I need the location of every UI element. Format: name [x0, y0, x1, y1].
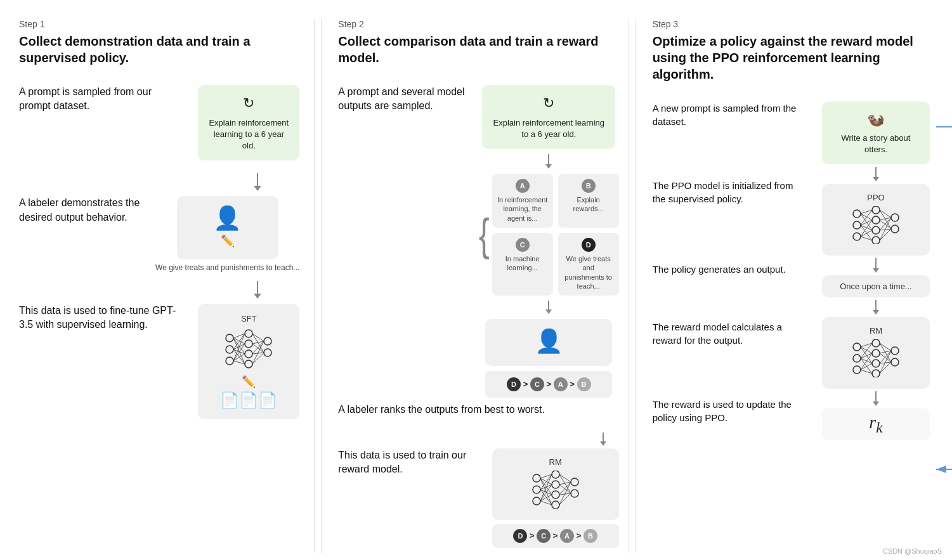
step2-rm-box: RM	[492, 448, 619, 520]
step3-ppo-box: PPO	[822, 184, 930, 256]
svg-point-5	[245, 350, 252, 358]
step2-desc2: A labeler ranks the outputs from best to…	[338, 403, 618, 417]
step3-green-box: 🦦 Write a story about otters.	[822, 101, 930, 164]
svg-point-0	[226, 334, 233, 342]
step2-arrow3	[338, 433, 618, 446]
svg-line-68	[861, 214, 872, 220]
step3-label: Step 3	[653, 19, 933, 29]
pencil-icon2: ✏️	[208, 375, 289, 389]
gt3: >	[570, 379, 577, 389]
sft-label: SFT	[208, 314, 289, 323]
docs-icons: 📄📄📄	[208, 391, 289, 409]
person-icon2: 👤	[494, 328, 603, 355]
svg-point-92	[891, 347, 899, 355]
step3-layout: A new prompt is sampled from the dataset…	[653, 101, 933, 440]
step3-title: Optimize a policy against the reward mod…	[653, 33, 933, 82]
step3-arrow4	[873, 391, 879, 406]
svg-point-2	[226, 357, 233, 365]
svg-point-31	[533, 497, 540, 505]
svg-line-102	[861, 363, 872, 370]
step2-rm-ranking: D > C > A > B	[492, 524, 619, 548]
step3-rm-label: RM	[831, 326, 921, 335]
svg-point-60	[853, 233, 861, 240]
option-c-letter: C	[516, 238, 530, 252]
gt2: >	[547, 379, 554, 389]
a-label2: A	[560, 529, 574, 543]
svg-line-48	[540, 495, 552, 501]
svg-point-58	[853, 210, 861, 218]
svg-point-8	[264, 349, 271, 356]
svg-point-35	[552, 501, 559, 509]
svg-line-57	[559, 493, 571, 505]
svg-point-29	[533, 474, 540, 482]
divider2	[636, 19, 636, 553]
step1-sft-diagram: SFT	[198, 304, 299, 419]
svg-point-91	[872, 370, 880, 377]
svg-point-62	[872, 216, 880, 224]
step1-label: Step 1	[19, 19, 299, 29]
recycle-icon2: ↻	[492, 94, 605, 114]
step2-rm-neural-net	[527, 471, 584, 509]
svg-point-37	[571, 490, 578, 497]
svg-line-104	[880, 343, 891, 351]
svg-point-30	[533, 486, 540, 493]
step1-prompt-text: Explain reinforcement learning to a 6 ye…	[209, 118, 289, 150]
svg-point-3	[245, 330, 252, 337]
svg-line-28	[252, 353, 264, 364]
step1-column: Step 1 Collect demonstration data and tr…	[13, 19, 315, 553]
step2-options-area: { A In reinforcement learning, the agent…	[479, 174, 619, 296]
svg-line-77	[880, 210, 891, 218]
sft-neural-net	[220, 329, 277, 370]
step2-ranking-box: D > C > A > B	[485, 371, 612, 398]
svg-line-10	[233, 338, 245, 344]
svg-point-65	[891, 214, 899, 221]
step2-options-grid: A In reinforcement learning, the agent i…	[492, 174, 619, 296]
step3-diagrams: 🦦 Write a story about otters. PPO	[819, 101, 933, 440]
step1-person-diagram: 👤 ✏️ We give treats and punishments to t…	[155, 196, 299, 273]
c-label: C	[530, 377, 544, 391]
arrow1	[254, 173, 261, 191]
svg-point-36	[571, 478, 578, 486]
step3-desc1: A new prompt is sampled from the dataset…	[653, 101, 809, 128]
b-label: B	[577, 377, 591, 391]
step3-desc3: The policy generates an output.	[653, 263, 809, 276]
d-label: D	[507, 377, 521, 391]
step2-rm-diagram: RM	[492, 448, 619, 548]
arrow2	[254, 281, 261, 299]
step2-green-box: ↻ Explain reinforcement learning to a 6 …	[482, 85, 615, 149]
svg-line-95	[861, 347, 872, 353]
step1-prompt-diagram: ↻ Explain reinforcement learning to a 6 …	[198, 85, 299, 160]
step1-desc2: A labeler demonstrates the desired outpu…	[19, 196, 143, 225]
step2-desc1: A prompt and several model outputs are s…	[338, 85, 473, 124]
svg-point-59	[853, 221, 861, 229]
step1-caption: We give treats and punishments to teach.…	[155, 263, 299, 273]
a-label: A	[554, 377, 568, 391]
option-b: B Explain rewards...	[558, 174, 619, 228]
step3-arrow2	[873, 258, 879, 273]
step3-descs: A new prompt is sampled from the dataset…	[653, 101, 809, 434]
recycle-icon: ↻	[208, 94, 289, 114]
step3-output-text: Once upon a time...	[840, 282, 911, 291]
svg-point-7	[264, 337, 271, 345]
step3-desc4: The reward model calculates a reward for…	[653, 320, 809, 347]
option-a: A In reinforcement learning, the agent i…	[492, 174, 553, 228]
option-b-letter: B	[582, 179, 596, 193]
step3-rm-neural-net	[847, 339, 904, 377]
b-label2: B	[584, 529, 597, 543]
ppo-label: PPO	[831, 193, 921, 202]
step2-arrow2	[545, 301, 552, 314]
curved-back-arrow	[930, 108, 952, 488]
step3-reward-box: rk	[822, 408, 930, 440]
svg-point-63	[872, 226, 880, 234]
step1-title: Collect demonstration data and train a s…	[19, 33, 299, 66]
svg-point-4	[245, 340, 252, 348]
step1-desc3: This data is used to fine-tune GPT-3.5 w…	[19, 304, 185, 332]
svg-point-61	[872, 206, 880, 214]
step2-prompt-text: Explain reinforcement learning to a 6 ye…	[493, 118, 604, 139]
option-d-text: We give treats and punishments to teach.…	[563, 254, 614, 290]
svg-point-6	[245, 360, 252, 368]
step2-label: Step 2	[338, 19, 618, 29]
svg-line-50	[559, 474, 571, 482]
step3-desc2: The PPO model is initialized from the su…	[653, 179, 809, 205]
step3-desc5: The reward is used to update the policy …	[653, 398, 809, 424]
